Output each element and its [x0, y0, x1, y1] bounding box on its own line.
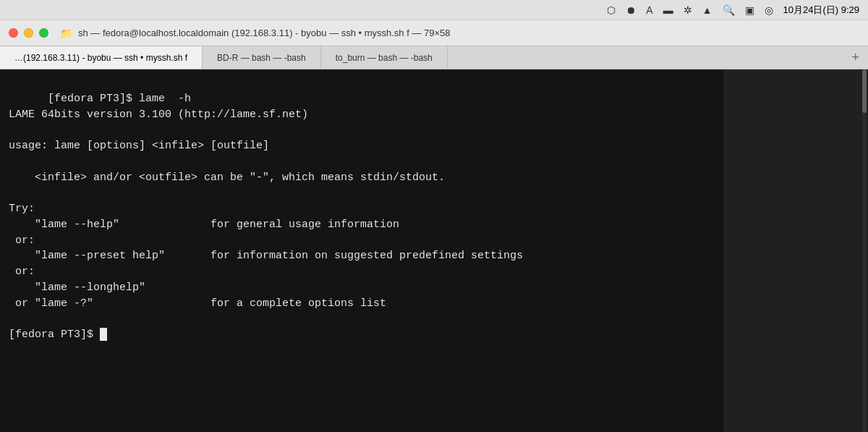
tab-active[interactable]: …(192.168.3.11) - byobu — ssh • myssh.sh… [0, 46, 203, 69]
scrollbar-thumb[interactable] [862, 69, 867, 113]
add-tab-icon: + [851, 50, 859, 65]
terminal-window: 📁 sh — fedora@localhost.localdomain (192… [0, 20, 868, 432]
minimize-button[interactable] [24, 28, 33, 38]
line-12: or: [9, 266, 35, 278]
titlebar-text: sh — fedora@localhost.localdomain (192.1… [78, 27, 451, 38]
maximize-button[interactable] [39, 28, 48, 38]
screen-icon: ▣ [745, 4, 754, 16]
play-icon: ⏺ [626, 4, 636, 16]
terminal-output: [fedora PT3]$ lame -h LAME 64bits versio… [9, 75, 859, 359]
line-10: or: [9, 234, 35, 247]
tab-bar: …(192.168.3.11) - byobu — ssh • myssh.sh… [0, 46, 868, 69]
folder-icon: 📁 [60, 27, 72, 39]
keyboard-icon: A [646, 4, 652, 16]
line-1: [fedora PT3]$ lame -h [48, 93, 191, 105]
add-tab-button[interactable]: + [843, 46, 868, 69]
line-2: LAME 64bits version 3.100 (http://lame.s… [9, 109, 308, 121]
titlebar: 📁 sh — fedora@localhost.localdomain (192… [0, 20, 868, 46]
dropbox-icon: ⬡ [607, 4, 616, 16]
line-4: usage: lame [options] <infile> [outfile] [9, 140, 269, 152]
terminal-content[interactable]: [fedora PT3]$ lame -h LAME 64bits versio… [0, 69, 868, 432]
menubar: ⬡ ⏺ A ▬ ✲ ▲ 🔍 ▣ ◎ 10月24日(日) 9:29 [0, 0, 868, 20]
wifi-icon: ▲ [702, 4, 712, 16]
line-16: [fedora PT3]$ [9, 329, 100, 341]
terminal-cursor [100, 328, 107, 341]
menubar-icons: ⬡ ⏺ A ▬ ✲ ▲ 🔍 ▣ ◎ 10月24日(日) 9:29 [607, 4, 859, 17]
scrollbar[interactable] [862, 69, 867, 432]
line-6: <infile> and/or <outfile> can be "-", wh… [9, 171, 445, 184]
traffic-lights [9, 28, 48, 38]
line-11: "lame --preset help" for information on … [9, 250, 523, 262]
line-8: Try: [9, 203, 35, 215]
line-13: "lame --longhelp" [9, 281, 145, 294]
close-button[interactable] [9, 28, 18, 38]
tab-bdr[interactable]: BD-R — bash — -bash [203, 46, 321, 69]
menubar-time: 10月24日(日) 9:29 [783, 4, 860, 17]
tab-bdr-label: BD-R — bash — -bash [217, 53, 306, 63]
search-icon[interactable]: 🔍 [723, 4, 735, 16]
bluetooth-icon: ✲ [684, 4, 692, 16]
line-14: or "lame -?" for a complete options list [9, 297, 386, 310]
tab-toburn-label: to_burn — bash — -bash [336, 53, 433, 63]
user-icon: ◎ [765, 4, 773, 16]
tab-toburn[interactable]: to_burn — bash — -bash [321, 46, 448, 69]
battery-icon: ▬ [663, 4, 673, 16]
tab-active-label: …(192.168.3.11) - byobu — ssh • myssh.sh… [14, 53, 187, 63]
line-9: "lame --help" for general usage informat… [9, 219, 399, 231]
